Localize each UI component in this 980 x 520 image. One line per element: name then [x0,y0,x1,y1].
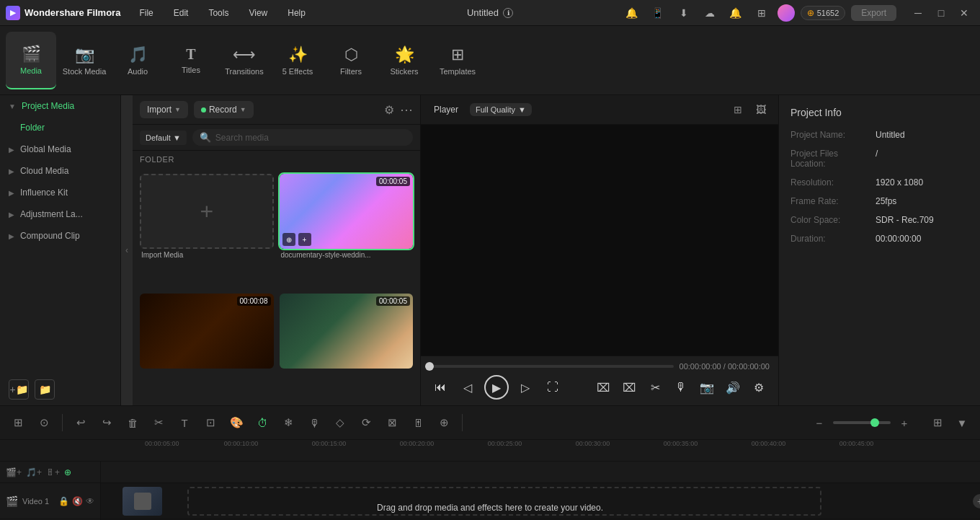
chevron-icon-5: ▶ [9,211,14,219]
add-folder-button[interactable]: +📁 [9,379,29,400]
video-track-row[interactable]: + [101,483,980,519]
sidebar-item-compound-clip[interactable]: ▶ Compound Clip [0,225,120,247]
player-timeline-bar: 00:00:00:00 / 00:00:00:00 [429,362,770,371]
stabilize-button[interactable]: ⟳ [355,412,377,433]
delete-button[interactable]: 🗑 [122,412,143,433]
user-avatar[interactable] [778,4,795,22]
grid-view-icon[interactable]: ⊞ [728,100,748,120]
player-tab[interactable]: Player [428,102,464,118]
menu-help[interactable]: Help [283,5,310,21]
frame-forward-button[interactable]: ▷ [514,376,536,398]
sidebar-item-global-media[interactable]: ▶ Global Media [0,138,120,160]
menu-edit[interactable]: Edit [169,5,193,21]
voice-button[interactable]: 🎙 [303,412,325,433]
search-input[interactable] [215,133,406,143]
filter-icon[interactable]: ⚙ [384,103,394,117]
record-button[interactable]: Record ▼ [194,101,254,118]
ai-cut-button[interactable]: ⊕ [433,412,455,433]
media-cell-dark[interactable]: 00:00:08 [140,294,274,369]
sidebar-item-project-media[interactable]: ▼ Project Media [0,95,120,117]
step-back-button[interactable]: ⏮ [429,376,451,398]
chevron-icon: ▼ [9,102,16,110]
menu-tools[interactable]: Tools [204,5,233,21]
add-auto-track-icon[interactable]: ⊕ [64,467,71,477]
clip-icon[interactable]: ✂ [644,376,666,398]
speed-button[interactable]: ⏱ [251,412,273,433]
sidebar-item-folder[interactable]: Folder [0,117,120,138]
add-mix-track-icon[interactable]: 🎚+ [46,467,60,477]
tool-stock-media[interactable]: 📷 Stock Media [59,32,110,89]
zoom-handle[interactable] [870,418,879,427]
quality-select[interactable]: Full Quality ▼ [470,103,532,116]
voiceover-icon[interactable]: 🎙 [670,376,692,398]
image-view-icon[interactable]: 🖼 [751,100,771,120]
crop-button[interactable]: ⊡ [200,412,221,433]
sidebar-item-adjustment[interactable]: ▶ Adjustment La... [0,203,120,225]
fullscreen-button[interactable]: ⛶ [542,376,564,398]
audio-settings-icon[interactable]: 🔊 [722,376,744,398]
minimize-button[interactable]: ─ [908,3,928,23]
player-top-bar: Player Full Quality ▼ ⊞ 🖼 [421,95,778,125]
progress-handle[interactable] [425,362,434,371]
zoom-slider[interactable] [833,421,891,424]
media-cell-outdoor[interactable]: 00:00:05 [280,294,414,369]
collapse-panel-button[interactable]: ‹ [121,95,133,405]
media-cell-wedding[interactable]: 00:00:05 ⊕ + [280,174,414,249]
notification-icon[interactable]: 🔔 [622,3,642,23]
freeze-button[interactable]: ❄ [277,412,299,433]
cut-button[interactable]: ✂ [148,412,169,433]
folder-button[interactable]: 📁 [35,379,55,400]
redo-button[interactable]: ↪ [96,412,117,433]
import-media-cell[interactable]: + [140,174,274,249]
mark-in-icon[interactable]: ⌧ [592,376,614,398]
add-video-track-icon[interactable]: 🎬+ [6,467,22,477]
alert-icon[interactable]: 🔔 [726,3,746,23]
ruler-mark-4: 00:00:20:00 [400,440,435,447]
more-options-icon[interactable]: ⋯ [400,102,413,118]
sidebar-item-influence-kit[interactable]: ▶ Influence Kit [0,182,120,203]
sidebar-item-cloud-media[interactable]: ▶ Cloud Media [0,160,120,182]
tool-media[interactable]: 🎬 Media [6,32,56,89]
export-button[interactable]: Export [851,5,896,21]
tool-effects[interactable]: ✨ 5 Effects [272,32,323,89]
tool-filters[interactable]: ⬡ Filters [326,32,376,89]
settings-icon[interactable]: ⚙ [748,376,770,398]
audio-duck-button[interactable]: 🎚 [407,412,429,433]
play-button[interactable]: ▶ [484,375,509,400]
cloud-icon[interactable]: ☁ [700,3,720,23]
toolbar: 🎬 Media 📷 Stock Media 🎵 Audio T Titles ⟷… [0,26,980,95]
multi-select-tool[interactable]: ⊞ [7,412,29,433]
text-button[interactable]: T [174,412,195,433]
undo-button[interactable]: ↩ [70,412,92,433]
default-select[interactable]: Default ▼ [140,131,187,145]
timeline-settings[interactable]: ▼ [951,412,973,433]
zoom-in-button[interactable]: + [894,412,915,433]
tool-titles[interactable]: T Titles [166,32,216,89]
tool-templates[interactable]: ⊞ Templates [432,32,483,89]
mark-out-icon[interactable]: ⌧ [618,376,640,398]
import-icon[interactable]: ⬇ [674,3,694,23]
menu-view[interactable]: View [244,5,272,21]
maximize-button[interactable]: □ [931,3,951,23]
zoom-out-button[interactable]: − [808,412,830,433]
apps-icon[interactable]: ⊞ [752,3,772,23]
color-button[interactable]: 🎨 [226,412,247,433]
snapshot-icon[interactable]: 📷 [696,376,718,398]
add-audio-track-icon[interactable]: 🎵+ [26,467,42,477]
trim-button[interactable]: ⊠ [381,412,403,433]
import-button[interactable]: Import ▼ [140,101,188,118]
menu-file[interactable]: File [135,5,157,21]
duration-label: Duration: [790,234,870,244]
snap-tool[interactable]: ⊙ [33,412,55,433]
timeline-grid-view[interactable]: ⊞ [927,412,948,433]
tool-stickers[interactable]: 🌟 Stickers [379,32,429,89]
screen-record-icon[interactable]: 📱 [648,3,668,23]
frame-back-button[interactable]: ◁ [457,376,478,398]
progress-track[interactable] [429,365,674,368]
tool-transitions[interactable]: ⟷ Transitions [219,32,270,89]
coins-badge[interactable]: ⊕ 51652 [801,6,846,20]
add-to-timeline-icon[interactable]: + [298,233,311,246]
tool-audio[interactable]: 🎵 Audio [112,32,163,89]
close-button[interactable]: ✕ [954,3,974,23]
mask-button[interactable]: ◇ [329,412,351,433]
